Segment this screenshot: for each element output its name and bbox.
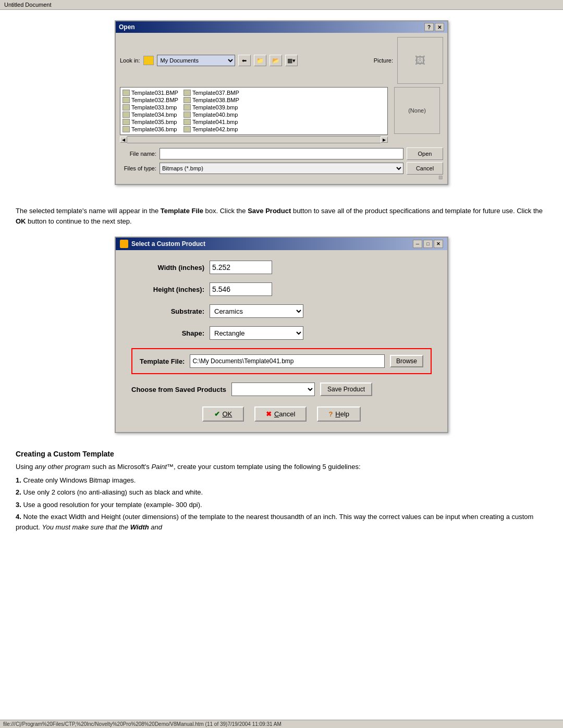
open-dialog-title: Open	[119, 23, 135, 31]
substrate-label: Substrate:	[131, 307, 204, 315]
list-item[interactable]: Template032.BMP	[123, 97, 178, 103]
shape-label: Shape:	[131, 329, 204, 337]
help-question-icon: ?	[328, 410, 333, 418]
nav-back-btn[interactable]: ⬅	[238, 55, 251, 66]
list-item[interactable]: Template039.bmp	[183, 104, 239, 110]
list-item[interactable]: Template038.BMP	[183, 97, 239, 103]
cancel-button[interactable]: ✖ Cancel	[254, 406, 307, 422]
list-item: 1. Create only Windows Bitmap images.	[16, 475, 547, 486]
list-item[interactable]: Template041.bmp	[183, 119, 239, 125]
cancel-x-icon: ✖	[266, 410, 272, 418]
file-col-2: Template037.BMP Template038.BMP Template…	[183, 90, 239, 132]
file-icon	[183, 104, 191, 110]
list-item[interactable]: Template033.bmp	[123, 104, 178, 110]
product-dialog-titlebar: Select a Custom Product ─ □ ✕	[116, 238, 447, 250]
list-item[interactable]: Template042.bmp	[183, 126, 239, 132]
product-title-icon	[120, 240, 128, 248]
look-in-dropdown[interactable]: My Documents	[157, 55, 235, 66]
file-icon	[123, 104, 130, 110]
list-item: 2. Use only 2 colors (no anti-aliasing) …	[16, 487, 547, 498]
file-list-column: Template031.BMP Template032.BMP Template…	[120, 87, 388, 143]
height-label: Height (inches):	[131, 286, 204, 293]
save-product-bold: Save Product	[248, 207, 291, 215]
list-item[interactable]: Template034.bmp	[123, 112, 178, 118]
picture-none-text: (None)	[408, 107, 426, 114]
views-btn[interactable]: ▦▾	[285, 55, 298, 66]
list-item[interactable]: Template040.bmp	[183, 112, 239, 118]
browse-button[interactable]: Browse	[390, 355, 423, 367]
list-item[interactable]: Template031.BMP	[123, 90, 178, 96]
template-file-section: Template File: Browse	[131, 348, 432, 374]
up-folder-btn[interactable]: 📁	[254, 55, 266, 66]
list-item[interactable]: Template035.bmp	[123, 119, 178, 125]
creating-heading: Creating a Custom Template	[16, 449, 547, 460]
file-list[interactable]: Template031.BMP Template032.BMP Template…	[120, 87, 388, 135]
horizontal-scrollbar[interactable]: ◀ ▶	[120, 136, 388, 143]
product-title-buttons: ─ □ ✕	[413, 240, 443, 248]
paint-text: Paint	[151, 463, 167, 471]
open-dialog-toolbar: Look in: My Documents ⬅ 📁 📂 ▦▾ Picture: …	[120, 37, 443, 84]
resize-handle: ▧	[120, 175, 443, 180]
open-dialog-body: Look in: My Documents ⬅ 📁 📂 ▦▾ Picture: …	[116, 33, 447, 184]
scroll-left-btn[interactable]: ◀	[120, 137, 127, 143]
file-icon	[183, 97, 191, 103]
open-dialog-title-buttons: ? ✕	[424, 23, 444, 31]
creating-section: Creating a Custom Template Using any oth…	[0, 443, 563, 539]
file-icon	[123, 90, 130, 96]
template-file-input[interactable]	[190, 354, 385, 368]
saved-products-label: Choose from Saved Products	[131, 386, 226, 393]
ok-button[interactable]: ✔ OK	[202, 406, 244, 422]
saved-products-dropdown[interactable]	[231, 382, 315, 396]
look-in-label: Look in:	[120, 57, 140, 64]
picture-section: Picture: 🖼	[374, 37, 443, 84]
product-min-btn[interactable]: ─	[413, 240, 422, 248]
creating-intro: Using any other program such as Microsof…	[16, 462, 547, 472]
open-button[interactable]: Open	[407, 147, 443, 160]
product-dialog-body: Width (inches) Height (inches): Substrat…	[116, 250, 447, 432]
scroll-track	[127, 136, 381, 143]
product-max-btn[interactable]: □	[423, 240, 433, 248]
cancel-button[interactable]: Cancel	[407, 162, 443, 175]
file-icon	[183, 119, 191, 125]
width-row: Width (inches)	[131, 261, 432, 274]
width-input[interactable]	[210, 261, 272, 274]
open-dialog-titlebar: Open ? ✕	[116, 21, 447, 33]
file-icon	[123, 126, 130, 132]
dialog-action-row: ✔ OK ✖ Cancel ? Help	[131, 406, 432, 422]
file-col-1: Template031.BMP Template032.BMP Template…	[123, 90, 178, 132]
browser-title: Untitled Document	[0, 0, 563, 10]
ok-bold: OK	[16, 217, 26, 225]
save-product-button[interactable]: Save Product	[320, 382, 372, 396]
substrate-dropdown[interactable]: Ceramics Metal Wood Plastic	[210, 304, 303, 318]
list-item: 3. Use a good resolution for your templa…	[16, 500, 547, 510]
files-of-type-dropdown[interactable]: Bitmaps (*.bmp)	[160, 163, 403, 174]
width-label: Width (inches)	[131, 264, 204, 272]
open-dialog-help-btn[interactable]: ?	[424, 23, 434, 31]
file-name-input[interactable]	[160, 148, 403, 159]
list-item[interactable]: Template037.BMP	[183, 90, 239, 96]
open-dialog-close-btn[interactable]: ✕	[435, 23, 444, 31]
file-icon	[183, 90, 191, 96]
guidelines-list: 1. Create only Windows Bitmap images. 2.…	[16, 475, 547, 533]
saved-products-row: Choose from Saved Products Save Product	[131, 382, 432, 396]
open-file-dialog: Open ? ✕ Look in: My Documents ⬅ 📁 📂 ▦▾	[115, 20, 448, 185]
product-close-btn[interactable]: ✕	[434, 240, 443, 248]
ok-label: OK	[223, 410, 232, 418]
shape-dropdown[interactable]: Rectangle Circle Oval Square	[210, 326, 303, 340]
ok-checkmark: ✔	[214, 410, 220, 418]
product-dialog-title-text: Select a Custom Product	[131, 240, 205, 248]
shape-row: Shape: Rectangle Circle Oval Square	[131, 326, 432, 340]
product-title-left: Select a Custom Product	[120, 240, 205, 248]
cancel-label: Cancel	[274, 410, 295, 418]
help-button[interactable]: ? Help	[317, 406, 361, 422]
height-input[interactable]	[210, 282, 272, 296]
list-item[interactable]: Template036.bmp	[123, 126, 178, 132]
scroll-right-btn[interactable]: ▶	[381, 137, 388, 143]
picture-label: Picture:	[374, 57, 393, 64]
file-icon	[123, 119, 130, 125]
file-name-label: File name:	[120, 151, 156, 157]
file-columns: Template031.BMP Template032.BMP Template…	[123, 90, 385, 132]
folder-icon	[143, 56, 154, 65]
new-folder-btn[interactable]: 📂	[270, 55, 282, 66]
file-icon	[123, 97, 130, 103]
